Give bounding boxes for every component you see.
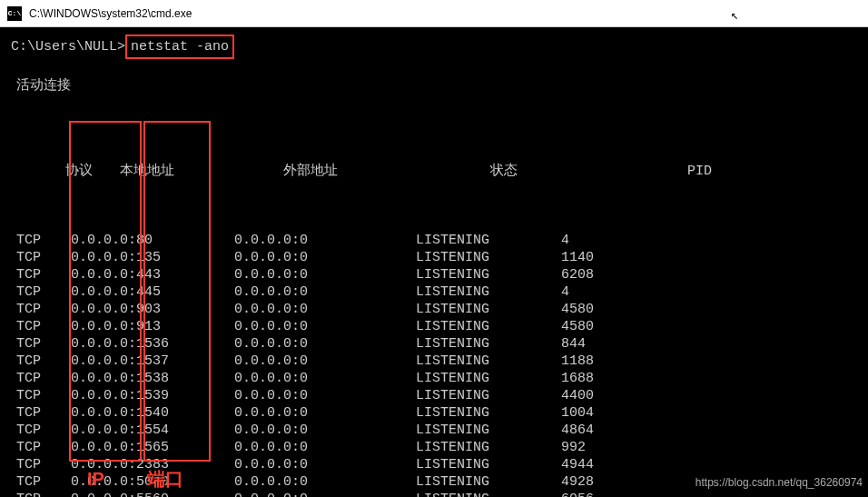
cell-foreign: 0.0.0.0:0 — [234, 422, 416, 439]
cell-state: LISTENING — [416, 404, 561, 422]
window-title: C:\WINDOWS\system32\cmd.exe — [29, 7, 192, 20]
cell-foreign: 0.0.0.0:0 — [234, 473, 416, 491]
cell-proto: TCP — [16, 387, 71, 404]
cell-foreign: 0.0.0.0:0 — [234, 335, 416, 353]
cell-proto: TCP — [16, 473, 71, 491]
prompt-path: C:\Users\NULL> — [11, 39, 125, 55]
cell-state: LISTENING — [416, 456, 561, 473]
cell-state: LISTENING — [416, 283, 561, 301]
cell-foreign: 0.0.0.0:0 — [234, 370, 416, 387]
cell-proto: TCP — [16, 283, 71, 301]
cell-state: LISTENING — [416, 249, 561, 266]
cell-local: 0.0.0.0:1540 — [71, 404, 234, 422]
cell-foreign: 0.0.0.0:0 — [234, 353, 416, 370]
cell-local: 0.0.0.0:1538 — [71, 370, 234, 387]
cell-pid: 1140 — [561, 249, 594, 266]
cell-state: LISTENING — [416, 232, 561, 249]
cell-proto: TCP — [16, 370, 71, 387]
cell-proto: TCP — [16, 266, 71, 283]
cell-foreign: 0.0.0.0:0 — [234, 301, 416, 318]
cell-foreign: 0.0.0.0:0 — [234, 404, 416, 422]
cell-state: LISTENING — [416, 318, 561, 335]
header-local: 本地地址 — [120, 163, 283, 180]
table-row: TCP0.0.0.0:15360.0.0.0:0LISTENING844 — [16, 335, 868, 353]
cell-local: 0.0.0.0:443 — [71, 266, 234, 283]
cell-local: 0.0.0.0:5560 — [71, 491, 234, 497]
cell-state: LISTENING — [416, 473, 561, 491]
cell-state: LISTENING — [416, 370, 561, 387]
cell-local: 0.0.0.0:80 — [71, 232, 234, 249]
table-row: TCP0.0.0.0:9030.0.0.0:0LISTENING4580 — [16, 301, 868, 318]
table-row: TCP0.0.0.0:15380.0.0.0:0LISTENING1688 — [16, 370, 868, 387]
cell-pid: 1004 — [561, 404, 594, 422]
cell-proto: TCP — [16, 232, 71, 249]
section-title: 活动连接 — [4, 77, 868, 94]
cell-pid: 4944 — [561, 456, 594, 473]
cell-state: LISTENING — [416, 422, 561, 439]
cell-pid: 4 — [561, 232, 569, 249]
cell-local: 0.0.0.0:5040 — [71, 473, 234, 491]
header-state: 状态 — [465, 163, 687, 180]
cell-foreign: 0.0.0.0:0 — [234, 249, 416, 266]
header-pid: PID — [687, 163, 712, 180]
table-row: TCP0.0.0.0:1350.0.0.0:0LISTENING1140 — [16, 249, 868, 266]
cell-local: 0.0.0.0:445 — [71, 283, 234, 301]
cell-proto: TCP — [16, 439, 71, 456]
cell-proto: TCP — [16, 318, 71, 335]
cell-foreign: 0.0.0.0:0 — [234, 283, 416, 301]
cell-proto: TCP — [16, 404, 71, 422]
cell-local: 0.0.0.0:2383 — [71, 456, 234, 473]
table-row: TCP0.0.0.0:15370.0.0.0:0LISTENING1188 — [16, 353, 868, 370]
cell-local: 0.0.0.0:1536 — [71, 335, 234, 353]
cell-state: LISTENING — [416, 266, 561, 283]
cell-pid: 6208 — [561, 266, 594, 283]
cell-state: LISTENING — [416, 491, 561, 497]
cell-local: 0.0.0.0:1539 — [71, 387, 234, 404]
header-foreign: 外部地址 — [283, 163, 465, 180]
cell-foreign: 0.0.0.0:0 — [234, 318, 416, 335]
cmd-icon: C:\ — [7, 6, 22, 21]
cell-foreign: 0.0.0.0:0 — [234, 439, 416, 456]
header-proto: 协议 — [65, 163, 120, 180]
cell-pid: 992 — [561, 439, 586, 456]
table-row: TCP0.0.0.0:15650.0.0.0:0LISTENING992 — [16, 439, 868, 456]
terminal[interactable]: C:\Users\NULL>netstat -ano 活动连接 协议本地地址外部… — [0, 27, 868, 497]
table-row: TCP0.0.0.0:15400.0.0.0:0LISTENING1004 — [16, 404, 868, 422]
table-row: TCP0.0.0.0:4450.0.0.0:0LISTENING4 — [16, 283, 868, 301]
cell-state: LISTENING — [416, 387, 561, 404]
table-row: TCP0.0.0.0:800.0.0.0:0LISTENING4 — [16, 232, 868, 249]
cell-state: LISTENING — [416, 335, 561, 353]
command-highlight: netstat -ano — [125, 35, 234, 59]
cell-pid: 6056 — [561, 491, 594, 497]
cell-local: 0.0.0.0:903 — [71, 301, 234, 318]
cell-proto: TCP — [16, 491, 71, 497]
cell-proto: TCP — [16, 456, 71, 473]
cell-proto: TCP — [16, 249, 71, 266]
cell-foreign: 0.0.0.0:0 — [234, 456, 416, 473]
cell-proto: TCP — [16, 422, 71, 439]
table-row: TCP0.0.0.0:55600.0.0.0:0LISTENING6056 — [16, 491, 868, 497]
cell-local: 0.0.0.0:1554 — [71, 422, 234, 439]
table-row: TCP0.0.0.0:23830.0.0.0:0LISTENING4944 — [16, 456, 868, 473]
table-header-row: 协议本地地址外部地址状态PID — [16, 145, 868, 197]
cell-pid: 4928 — [561, 473, 594, 491]
cell-state: LISTENING — [416, 301, 561, 318]
cell-proto: TCP — [16, 335, 71, 353]
cell-local: 0.0.0.0:1565 — [71, 439, 234, 456]
cell-local: 0.0.0.0:135 — [71, 249, 234, 266]
window-titlebar: C:\ C:\WINDOWS\system32\cmd.exe — [0, 0, 868, 27]
cell-pid: 844 — [561, 335, 586, 353]
table-row: TCP0.0.0.0:15390.0.0.0:0LISTENING4400 — [16, 387, 868, 404]
cell-pid: 4400 — [561, 387, 594, 404]
cell-pid: 4580 — [561, 318, 594, 335]
table-row: TCP0.0.0.0:4430.0.0.0:0LISTENING6208 — [16, 266, 868, 283]
prompt-line: C:\Users\NULL>netstat -ano — [4, 35, 868, 59]
cell-proto: TCP — [16, 353, 71, 370]
netstat-table: 协议本地地址外部地址状态PID TCP0.0.0.0:800.0.0.0:0LI… — [4, 111, 868, 497]
cell-local: 0.0.0.0:1537 — [71, 353, 234, 370]
cell-pid: 4 — [561, 283, 569, 301]
cell-state: LISTENING — [416, 439, 561, 456]
table-row: TCP0.0.0.0:50400.0.0.0:0LISTENING4928 — [16, 473, 868, 491]
cell-proto: TCP — [16, 301, 71, 318]
cell-pid: 4864 — [561, 422, 594, 439]
